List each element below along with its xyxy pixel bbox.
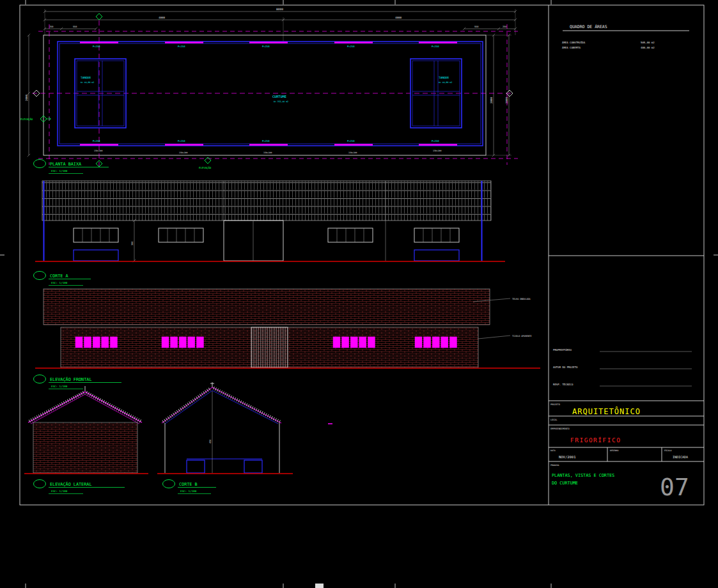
top-opening-label: P=250 — [262, 45, 270, 48]
dim-right-outer: 2000 — [505, 97, 508, 104]
frontal-door — [251, 327, 288, 368]
view-title-text: CORTE B — [179, 482, 198, 487]
window-tag: 150x100 — [179, 151, 188, 154]
corte-b-title: CORTE B ESC: 1/100 — [163, 480, 217, 494]
projeto-value: ARQUITETÔNICO — [572, 406, 641, 416]
elevation-marker-left-label: ELEVAÇÃO — [20, 118, 33, 121]
section-a-marker-top — [96, 13, 102, 20]
drawing-svg: 8000 4000 4000 250 550 550 250 2000 2000… — [0, 0, 718, 588]
top-opening-label: P=250 — [347, 45, 355, 48]
elevation-marker-bottom-label: ELEVAÇÃO — [199, 166, 212, 169]
plan-bottom-openings: P=250 P=250 P=250 P=250 P=250 150x100 15… — [80, 139, 457, 154]
view-scale-text: ESC: 1/100 — [51, 169, 68, 173]
corte-a-view: 300 CORTE A ESC: 1/100 — [34, 181, 506, 286]
leader-top-label: TELHA ONDULADA — [512, 298, 531, 300]
window-tag: 150x100 — [348, 151, 357, 154]
view-scale-text: ESC: 1/100 — [180, 490, 197, 493]
signature-label-autor: AUTOR DO PROJETO — [553, 366, 578, 369]
view-bubble — [34, 375, 46, 383]
dim-left-height: 2000 — [25, 94, 28, 101]
corte-a-roof-band — [42, 181, 491, 220]
bottom-center-mark — [315, 584, 324, 588]
projeto-label: PROJETO — [550, 403, 560, 406]
title-block: QUADRO DE ÁREAS ÁREA CONSTRUÍDA 505,00 m… — [549, 24, 704, 501]
empreendimento-value: FRIGORÍFICO — [570, 437, 621, 444]
top-opening-label: P=250 — [178, 45, 185, 48]
area-row-value-0: 505,00 m2 — [641, 41, 655, 44]
bottom-opening-label: P=250 — [178, 139, 185, 143]
corte-a-door — [224, 220, 283, 261]
cad-sheet-view: 8000 4000 4000 250 550 550 250 2000 2000… — [0, 0, 718, 588]
view-bubble — [163, 480, 175, 488]
corte-b-dim: 450 — [209, 440, 212, 444]
elevation-marker-left: ELEVAÇÃO — [20, 116, 51, 122]
prancha-title-line2: DO CURTUME — [552, 481, 578, 486]
tanque-right-area: A= 44,89 m2 — [439, 81, 452, 84]
curtume-label: CURTUME — [272, 95, 286, 98]
area-row-label-1: ÁREA COBERTA — [562, 46, 581, 49]
quadro-areas-title: QUADRO DE ÁREAS — [570, 24, 607, 29]
view-scale-text: ESC: 1/100 — [51, 490, 68, 493]
escala-label: ESCALA — [664, 449, 672, 452]
prancha-title-line1: PLANTAS, VISTAS E CORTES — [552, 473, 614, 478]
view-title-text: ELEVAÇÃO LATERAL — [50, 481, 91, 487]
top-opening-label: P=250 — [432, 45, 439, 48]
area-row-label-0: ÁREA CONSTRUÍDA — [562, 41, 586, 44]
top-opening-label: P=250 — [93, 45, 100, 48]
elevacao-frontal-title: ELEVAÇÃO FRONTAL ESC: 1/100 — [34, 375, 122, 389]
corte-b-view: 450 CORTE B ESC: 1/100 — [157, 382, 332, 494]
dim-top-left-b: 550 — [73, 26, 77, 28]
window-tag: 150x100 — [433, 150, 442, 152]
bottom-opening-label: P=250 — [93, 139, 100, 143]
corte-a-title: CORTE A ESC: 1/100 — [34, 272, 91, 286]
dim-top-left-a: 250 — [49, 26, 53, 28]
elevation-marker-bottom-icon — [205, 157, 211, 164]
dim-right-half: 4000 — [395, 16, 402, 19]
escala-value: INDICADA — [673, 455, 688, 459]
corte-a-dim: 300 — [131, 242, 134, 245]
elevacao-lateral-title: ELEVAÇÃO LATERAL ESC: 1/100 — [34, 480, 125, 494]
view-title-text: PLANTA BAIXA — [50, 162, 81, 167]
corte-a-windows — [74, 228, 459, 242]
elevacao-frontal-view: TELHA ONDULADA TIJOLO APARENTE ELEVAÇÃO … — [34, 289, 541, 389]
elevacao-lateral-view: ELEVAÇÃO LATERAL ESC: 1/100 — [24, 386, 148, 494]
prancha-label: PRANCHA — [550, 464, 559, 467]
data-label: DATA — [550, 449, 556, 452]
lateral-wall — [33, 422, 137, 473]
tanque-left-label: TANQUE — [81, 76, 91, 79]
dim-left-half: 4000 — [159, 16, 166, 19]
dim-overall: 8000 — [276, 8, 283, 11]
view-scale-text: ESC: 1/100 — [51, 281, 68, 284]
desenho-label: DESENHO — [610, 449, 619, 452]
view-bubble — [34, 160, 46, 168]
dim-top-right-a: 550 — [474, 26, 478, 28]
window-tag: 150x100 — [263, 151, 272, 154]
corte-a-base-right — [414, 250, 459, 261]
sheet-number: 07 — [660, 473, 689, 501]
tanque-right-label: TANQUE — [439, 76, 449, 79]
elevation-marker-bottom: ELEVAÇÃO — [199, 157, 212, 169]
dim-top-right-b: 250 — [503, 26, 506, 28]
area-row-value-1: 480,00 m2 — [641, 46, 655, 49]
corte-a-base-left — [74, 250, 118, 261]
view-title-text: CORTE A — [50, 274, 68, 279]
bottom-opening-label: P=250 — [432, 139, 439, 143]
local-label: LOCAL — [550, 419, 558, 421]
leader-bottom-label: TIJOLO APARENTE — [512, 335, 532, 337]
tanque-left-area: A= 44,89 m2 — [81, 81, 94, 84]
plan-wall-outer — [58, 42, 483, 146]
corte-b-roof-outline — [162, 387, 281, 423]
planta-baixa-title: PLANTA BAIXA ESC: 1/100 — [34, 160, 109, 174]
corte-b-tank-left — [187, 460, 205, 473]
data-value: NOV/2001 — [559, 455, 576, 459]
view-bubble — [34, 272, 46, 280]
window-tag: 150x100 — [94, 150, 103, 152]
bottom-opening-label: P=250 — [347, 139, 355, 143]
curtume-area: A= 352,44 m2 — [274, 100, 288, 103]
signature-label-resp-tecnico: RESP. TÉCNICO — [553, 383, 574, 386]
lateral-roof-outline — [28, 392, 142, 422]
empreendimento-label: EMPREENDIMENTO — [550, 428, 570, 430]
frontal-roof-band — [43, 289, 490, 325]
planta-baixa-view: 8000 4000 4000 250 550 550 250 2000 2000… — [20, 8, 518, 174]
view-title-text: ELEVAÇÃO FRONTAL — [50, 376, 91, 382]
